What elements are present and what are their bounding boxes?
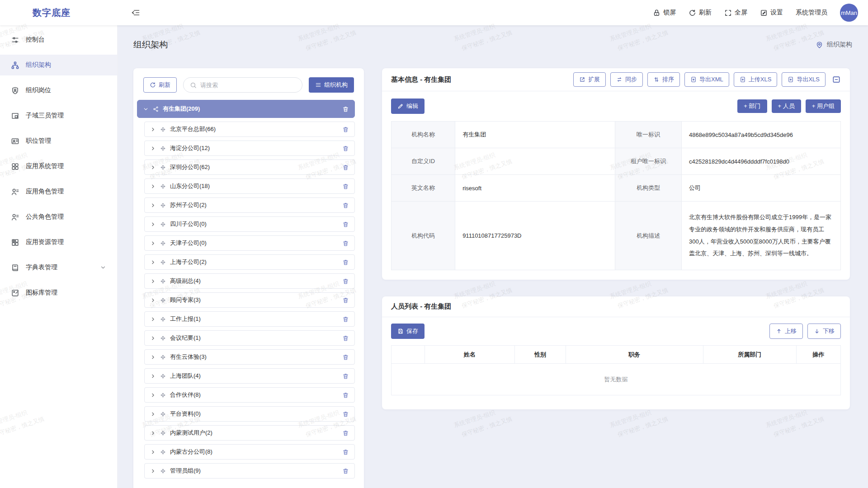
tree-node[interactable]: 深圳分公司(62) xyxy=(144,160,355,175)
info-row: 自定义ID租户唯一标识c425281829dc4d4496ddddf7fc019… xyxy=(392,148,841,175)
refresh-icon xyxy=(150,82,156,88)
add-button-label: + 人员 xyxy=(778,102,795,110)
app-resource-icon xyxy=(11,238,19,247)
sidebar-item-2[interactable]: 组织架构 xyxy=(0,55,117,75)
drag-icon xyxy=(160,316,166,322)
chevron-right-icon xyxy=(150,392,156,398)
external-link-icon xyxy=(579,76,585,83)
trash-icon xyxy=(342,392,349,399)
sidebar-item-11[interactable]: 图标库管理 xyxy=(0,282,117,303)
drag-icon xyxy=(160,240,166,246)
person-list-title: 人员列表 - 有生集团 xyxy=(391,302,451,311)
tree-node-label: 工作上报(1) xyxy=(170,315,201,323)
tree-node-label: 北京平台总部(66) xyxy=(170,125,216,133)
sidebar-item-1[interactable]: 控制台 xyxy=(0,29,117,50)
chevron-right-icon xyxy=(150,449,156,455)
tree-toolbar: 刷新 组织机构 xyxy=(143,77,354,93)
sidebar-item-4[interactable]: 子域三员管理 xyxy=(0,105,117,126)
tree-search-input[interactable] xyxy=(200,82,296,89)
move-down-button[interactable]: 下移 xyxy=(807,324,841,339)
tree-node[interactable]: 会议纪要(1) xyxy=(144,330,355,346)
tree-node[interactable]: 苏州子公司(2) xyxy=(144,197,355,213)
toolbar-button-1[interactable]: 扩展 xyxy=(573,72,606,87)
toolbar-button-5[interactable]: 上传XLS xyxy=(734,72,778,87)
subdomain-icon xyxy=(11,112,19,120)
sidebar-item-5[interactable]: 职位管理 xyxy=(0,131,117,151)
sidebar-item-9[interactable]: 应用资源管理 xyxy=(0,232,117,253)
main-content: 组织架构 组织架构 刷新 xyxy=(118,25,868,488)
tree-node[interactable]: 有生云体验(3) xyxy=(144,349,355,365)
toolbar-button-4[interactable]: 导出XML xyxy=(684,72,729,87)
sidebar-item-6[interactable]: 应用系统管理 xyxy=(0,156,117,177)
toolbar-button-label: 扩展 xyxy=(588,75,600,84)
tree-node[interactable]: 上海子公司(2) xyxy=(144,254,355,270)
tree-node[interactable]: 内蒙古分公司(8) xyxy=(144,444,355,460)
add-button-1[interactable]: + 部门 xyxy=(737,99,767,113)
header-action-4[interactable]: 设置 xyxy=(760,9,783,17)
field-label: 机构代码 xyxy=(392,202,455,270)
person-col-header: 姓名 xyxy=(425,346,515,364)
header-action-1[interactable]: 锁屏 xyxy=(653,9,676,17)
doc-arrow-icon xyxy=(788,76,794,83)
tree-node-label: 管理员组(9) xyxy=(170,467,201,475)
header-action-2[interactable]: 刷新 xyxy=(689,9,712,17)
header-action-3[interactable]: 全屏 xyxy=(724,9,747,17)
field-label: 唯一标识 xyxy=(615,122,682,148)
sidebar-item-8[interactable]: 公共角色管理 xyxy=(0,206,117,227)
tree-node[interactable]: 北京平台总部(66) xyxy=(144,122,355,137)
app-logo: 数字底座 xyxy=(0,7,118,19)
chevron-right-icon xyxy=(150,468,156,474)
sidebar-fold-icon[interactable] xyxy=(131,8,140,17)
save-button[interactable]: 保存 xyxy=(391,324,425,339)
collapse-minus-icon[interactable] xyxy=(832,75,841,84)
sidebar-item-3[interactable]: 组织岗位 xyxy=(0,80,117,101)
toolbar-button-2[interactable]: 同步 xyxy=(610,72,643,87)
trash-icon xyxy=(342,202,349,209)
avatar[interactable]: mMan xyxy=(840,4,858,22)
refresh-tree-button[interactable]: 刷新 xyxy=(143,77,177,93)
chevron-right-icon xyxy=(150,221,156,227)
tree-node[interactable]: 合作伙伴(8) xyxy=(144,387,355,403)
tree-node[interactable]: 上海团队(4) xyxy=(144,368,355,384)
chevron-right-icon xyxy=(150,240,156,246)
tree-node[interactable]: 四川子公司(0) xyxy=(144,216,355,232)
sort-icon xyxy=(653,76,660,83)
position-icon xyxy=(11,137,19,145)
tree-node[interactable]: 海淀分公司(12) xyxy=(144,141,355,156)
field-value: 91110108717725973D xyxy=(455,202,615,270)
tree-node[interactable]: 顾问专家(3) xyxy=(144,292,355,308)
top-header: 数字底座 锁屏刷新全屏设置系统管理员 mMan xyxy=(0,0,868,25)
sidebar-item-7[interactable]: 应用角色管理 xyxy=(0,181,117,202)
add-button-3[interactable]: + 用户组 xyxy=(806,99,841,113)
tree-node-label: 平台资料(0) xyxy=(170,410,201,418)
current-user-name[interactable]: 系统管理员 xyxy=(796,9,827,17)
move-up-button[interactable]: 上移 xyxy=(769,324,803,339)
field-label: 英文名称 xyxy=(392,175,455,202)
tree-node[interactable]: 高级副总(4) xyxy=(144,273,355,289)
sidebar-item-10[interactable]: 字典表管理 xyxy=(0,257,117,278)
info-row: 机构名称有生集团唯一标识4868e899c5034a87a49b5cd9d345… xyxy=(392,122,841,148)
header-action-label: 全屏 xyxy=(735,9,747,17)
toolbar-button-6[interactable]: 导出XLS xyxy=(782,72,826,87)
chevron-right-icon xyxy=(150,335,156,341)
add-button-2[interactable]: + 人员 xyxy=(772,99,801,113)
settings-icon xyxy=(760,9,768,17)
tree-node[interactable]: 平台资料(0) xyxy=(144,406,355,422)
trash-icon xyxy=(342,335,349,342)
tree-root-node[interactable]: 有生集团(209) xyxy=(137,100,355,118)
chevron-right-icon xyxy=(150,430,156,436)
tree-node[interactable]: 内蒙测试用户(2) xyxy=(144,425,355,441)
org-structure-button[interactable]: 组织机构 xyxy=(309,77,354,93)
tree-node-label: 上海子公司(2) xyxy=(170,258,207,266)
add-button-label: + 用户组 xyxy=(812,102,835,110)
tree-node[interactable]: 天津子公司(0) xyxy=(144,235,355,251)
toolbar-button-3[interactable]: 排序 xyxy=(647,72,680,87)
person-list-panel: 人员列表 - 有生集团 保存 上移 xyxy=(382,296,850,409)
tree-node[interactable]: 山东分公司(18) xyxy=(144,178,355,194)
tree-node[interactable]: 管理员组(9) xyxy=(144,463,355,479)
sidebar-item-label: 公共角色管理 xyxy=(26,213,64,221)
tree-node[interactable]: 工作上报(1) xyxy=(144,311,355,327)
basic-info-header: 基本信息 - 有生集团 扩展同步排序导出XML上传XLS导出XLS xyxy=(382,68,850,91)
edit-button[interactable]: 编辑 xyxy=(391,99,425,114)
basic-info-title: 基本信息 - 有生集团 xyxy=(391,75,451,84)
